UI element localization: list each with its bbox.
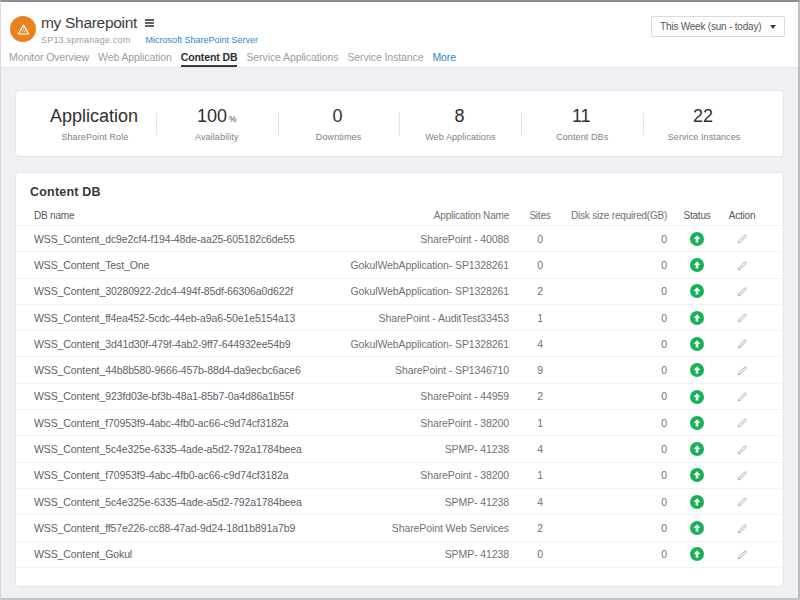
status-up-icon[interactable]: [690, 311, 704, 325]
cell-application-name: SPMP- 41238: [346, 436, 509, 462]
status-up-icon[interactable]: [690, 258, 704, 272]
cell-disk-size: 0: [571, 304, 669, 330]
col-header-action: Action: [725, 208, 759, 226]
cell-action: [725, 252, 759, 278]
pencil-icon: [736, 260, 748, 272]
status-up-icon[interactable]: [690, 390, 704, 404]
tab-content-db[interactable]: Content DB: [181, 51, 238, 67]
table-row: WSS_Content_5c4e325e-6335-4ade-a5d2-792a…: [16, 436, 788, 462]
edit-pencil-icon[interactable]: [736, 444, 748, 456]
spacer-cell: [759, 410, 788, 436]
cell-action: [725, 515, 759, 541]
stat-item: 8 Web Applications: [399, 91, 521, 156]
cell-disk-size: 0: [571, 383, 669, 409]
cell-sites: 4: [509, 488, 571, 514]
spacer-cell: [759, 208, 788, 226]
stat-suffix: %: [229, 114, 237, 124]
cell-status: [669, 488, 725, 514]
status-up-icon[interactable]: [690, 495, 704, 509]
tab-monitor-overview[interactable]: Monitor Overview: [9, 51, 89, 67]
cell-action: [725, 331, 759, 357]
spacer-cell: [759, 304, 788, 330]
col-header-status: Status: [669, 208, 725, 226]
hamburger-bar: [145, 22, 154, 23]
stat-label: Downtimes: [316, 132, 361, 142]
cell-action: [725, 488, 759, 514]
hamburger-menu-icon[interactable]: [145, 18, 154, 29]
status-up-icon[interactable]: [690, 547, 704, 561]
edit-pencil-icon[interactable]: [736, 233, 748, 245]
table-row: WSS_Content_30280922-2dc4-494f-85df-6630…: [16, 278, 788, 304]
cell-action: [725, 436, 759, 462]
cell-sites: 0: [509, 541, 571, 567]
cell-db-name: WSS_Content_dc9e2cf4-f194-48de-aa25-6051…: [16, 226, 346, 252]
pencil-icon: [736, 312, 748, 324]
cell-db-name: WSS_Content_5c4e325e-6335-4ade-a5d2-792a…: [16, 436, 346, 462]
table-row: WSS_Content_Gokul SPMP- 41238 0 0: [16, 541, 788, 567]
table-row: WSS_Content_44b8b580-9666-457b-88d4-da9e…: [16, 357, 788, 383]
cell-sites: 2: [509, 515, 571, 541]
status-up-icon[interactable]: [690, 416, 704, 430]
stat-value: 100: [197, 106, 227, 126]
arrow-up-icon: [690, 363, 704, 377]
cell-status: [669, 252, 725, 278]
cell-application-name: SPMP- 41238: [346, 541, 509, 567]
cell-application-name: GokulWebApplication- SP1328261: [346, 278, 509, 304]
edit-pencil-icon[interactable]: [736, 312, 748, 324]
edit-pencil-icon[interactable]: [736, 286, 748, 298]
edit-pencil-icon[interactable]: [736, 549, 748, 561]
table-row: WSS_Content_5c4e325e-6335-4ade-a5d2-792a…: [16, 488, 788, 514]
edit-pencil-icon[interactable]: [736, 523, 748, 535]
edit-pencil-icon[interactable]: [736, 260, 748, 272]
time-period-dropdown[interactable]: This Week (sun - today): [651, 16, 785, 37]
spacer-cell: [759, 436, 788, 462]
cell-action: [725, 226, 759, 252]
pencil-icon: [736, 470, 748, 482]
pencil-icon: [736, 523, 748, 535]
arrow-up-icon: [690, 442, 704, 456]
edit-pencil-icon[interactable]: [736, 338, 748, 350]
pencil-icon: [736, 496, 748, 508]
table-row: WSS_Content_ff4ea452-5cdc-44eb-a9a6-50e1…: [16, 304, 788, 330]
monitor-type-link[interactable]: Microsoft SharePoint Server: [145, 35, 258, 45]
table-row: WSS_Content_dc9e2cf4-f194-48de-aa25-6051…: [16, 226, 788, 252]
cell-status: [669, 226, 725, 252]
cell-db-name: WSS_Content_923fd03e-bf3b-48a1-85b7-0a4d…: [16, 383, 346, 409]
status-up-icon[interactable]: [690, 521, 704, 535]
edit-pencil-icon[interactable]: [736, 365, 748, 377]
cell-disk-size: 0: [571, 436, 669, 462]
cell-status: [669, 515, 725, 541]
pencil-icon: [736, 233, 748, 245]
status-up-icon[interactable]: [690, 363, 704, 377]
tab-service-applications[interactable]: Service Applications: [246, 51, 338, 67]
status-up-icon[interactable]: [690, 232, 704, 246]
pencil-icon: [736, 286, 748, 298]
cell-sites: 0: [509, 226, 571, 252]
arrow-up-icon: [690, 284, 704, 298]
cell-disk-size: 0: [571, 410, 669, 436]
tab-web-application[interactable]: Web Application: [98, 51, 172, 67]
status-up-icon[interactable]: [690, 337, 704, 351]
hamburger-bar: [145, 19, 154, 20]
cell-status: [669, 462, 725, 488]
edit-pencil-icon[interactable]: [736, 470, 748, 482]
cell-status: [669, 278, 725, 304]
stat-value: 22: [693, 106, 713, 126]
cell-db-name: WSS_Content_f70953f9-4abc-4fb0-ac66-c9d7…: [16, 410, 346, 436]
status-up-icon[interactable]: [690, 468, 704, 482]
tab-service-instance[interactable]: Service Instance: [347, 51, 423, 67]
status-up-icon[interactable]: [690, 284, 704, 298]
cell-db-name: WSS_Content_30280922-2dc4-494f-85df-6630…: [16, 278, 346, 304]
edit-pencil-icon[interactable]: [736, 391, 748, 403]
cell-disk-size: 0: [571, 541, 669, 567]
edit-pencil-icon[interactable]: [736, 496, 748, 508]
status-up-icon[interactable]: [690, 442, 704, 456]
pencil-icon: [736, 365, 748, 377]
pencil-icon: [736, 391, 748, 403]
cell-action: [725, 462, 759, 488]
tab-more[interactable]: More: [432, 51, 456, 67]
stat-label: SharePoint Role: [61, 132, 128, 142]
cell-db-name: WSS_Content_Gokul: [16, 541, 346, 567]
pencil-icon: [736, 549, 748, 561]
edit-pencil-icon[interactable]: [736, 417, 748, 429]
